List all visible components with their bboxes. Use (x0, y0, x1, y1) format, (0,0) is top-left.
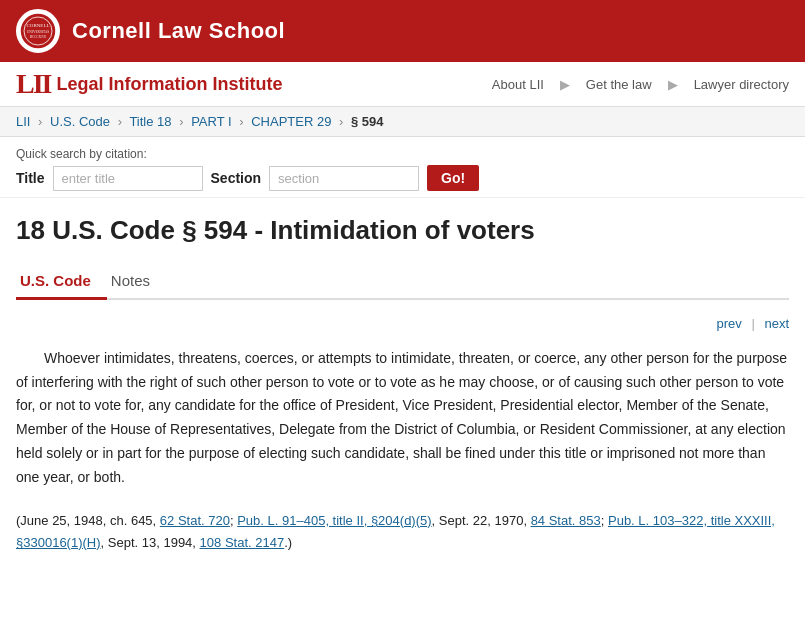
prev-link[interactable]: prev (716, 316, 741, 331)
tabs: U.S. Code Notes (16, 264, 789, 300)
main-content: 18 U.S. Code § 594 - Intimidation of vot… (0, 198, 805, 578)
law-body-text: Whoever intimidates, threatens, coerces,… (16, 347, 789, 490)
nav-separator-2: ▶ (668, 77, 678, 92)
cornell-seal: CORNELL UNIVERSITAS MCCCXLVII (16, 9, 60, 53)
citation-sep-2: , Sept. 22, 1970, (432, 513, 531, 528)
breadcrumb-title18[interactable]: Title 18 (129, 114, 171, 129)
citation-close: .) (284, 535, 292, 550)
section-search-input[interactable] (269, 166, 419, 191)
citation-sep-3: ; (601, 513, 608, 528)
prev-next-sep: | (751, 316, 754, 331)
citation-prefix: (June 25, 1948, ch. 645, (16, 513, 160, 528)
citation-sep-4: , Sept. 13, 1994, (101, 535, 200, 550)
svg-text:MCCCXLVII: MCCCXLVII (30, 35, 47, 39)
lii-logo: LII Legal Information Institute (16, 68, 282, 100)
tab-notes[interactable]: Notes (107, 264, 166, 300)
search-bar: Quick search by citation: Title Section … (0, 137, 805, 198)
breadcrumb-parti[interactable]: PART I (191, 114, 231, 129)
breadcrumb-sep-3: › (179, 114, 183, 129)
breadcrumb-sep-4: › (239, 114, 243, 129)
go-button[interactable]: Go! (427, 165, 479, 191)
section-field-label: Section (211, 170, 262, 186)
nav-separator-1: ▶ (560, 77, 570, 92)
cornell-header: CORNELL UNIVERSITAS MCCCXLVII Cornell La… (0, 0, 805, 62)
title-search-input[interactable] (53, 166, 203, 191)
citation-link-3[interactable]: 84 Stat. 853 (531, 513, 601, 528)
citation-link-1[interactable]: 62 Stat. 720 (160, 513, 230, 528)
breadcrumb-current: § 594 (351, 114, 384, 129)
tab-uscode[interactable]: U.S. Code (16, 264, 107, 300)
title-field-label: Title (16, 170, 45, 186)
search-inputs: Title Section Go! (16, 165, 789, 191)
citation-link-5[interactable]: 108 Stat. 2147 (200, 535, 285, 550)
lawyer-directory-link[interactable]: Lawyer directory (694, 77, 789, 92)
citations: (June 25, 1948, ch. 645, 62 Stat. 720; P… (16, 510, 789, 554)
breadcrumb-sep-2: › (118, 114, 122, 129)
breadcrumb-uscode[interactable]: U.S. Code (50, 114, 110, 129)
citation-link-2[interactable]: Pub. L. 91–405, title II, §204(d)(5) (237, 513, 431, 528)
breadcrumb-sep-5: › (339, 114, 343, 129)
cornell-title: Cornell Law School (72, 18, 285, 44)
quick-search-label: Quick search by citation: (16, 147, 789, 161)
lii-logo-mark: LII (16, 68, 50, 100)
svg-text:UNIVERSITAS: UNIVERSITAS (27, 30, 50, 34)
prev-next-nav: prev | next (16, 316, 789, 331)
next-link[interactable]: next (764, 316, 789, 331)
lii-nav-links: About LII ▶ Get the law ▶ Lawyer directo… (492, 77, 789, 92)
about-lii-link[interactable]: About LII (492, 77, 544, 92)
breadcrumb-lii[interactable]: LII (16, 114, 30, 129)
get-law-link[interactable]: Get the law (586, 77, 652, 92)
lii-navbar: LII Legal Information Institute About LI… (0, 62, 805, 107)
breadcrumb-chapter29[interactable]: CHAPTER 29 (251, 114, 331, 129)
page-title: 18 U.S. Code § 594 - Intimidation of vot… (16, 214, 789, 248)
lii-logo-text: Legal Information Institute (56, 74, 282, 95)
svg-text:CORNELL: CORNELL (26, 23, 49, 28)
breadcrumb: LII › U.S. Code › Title 18 › PART I › CH… (0, 107, 805, 137)
breadcrumb-sep-1: › (38, 114, 42, 129)
